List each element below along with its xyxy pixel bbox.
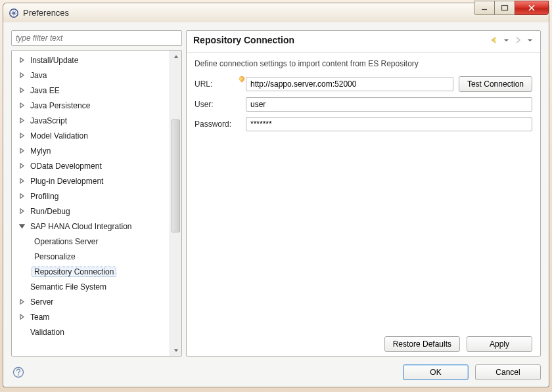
tree-item[interactable]: Install/Update (12, 53, 170, 68)
svg-point-4 (18, 374, 19, 376)
scroll-up-icon[interactable] (170, 51, 181, 62)
test-connection-button[interactable]: Test Connection (459, 76, 532, 92)
tree-item[interactable]: Repository Connection (12, 264, 170, 279)
cancel-button[interactable]: Cancel (475, 364, 541, 380)
tree-item[interactable]: Server (12, 294, 170, 309)
tree-item[interactable]: Run/Debug (12, 204, 170, 219)
url-field[interactable] (246, 77, 453, 91)
apply-button[interactable]: Apply (467, 336, 532, 352)
expand-icon[interactable] (17, 177, 26, 186)
tree-item[interactable]: Plug-in Development (12, 173, 170, 188)
tree-item-label: Plug-in Development (28, 176, 106, 186)
tree-item[interactable]: OData Development (12, 158, 170, 173)
nav-back-icon[interactable] (489, 35, 499, 45)
scroll-down-icon[interactable] (170, 345, 181, 356)
expand-icon[interactable] (17, 131, 26, 141)
tree-item-label: Mylyn (28, 146, 53, 156)
tree-item[interactable]: Java (12, 68, 170, 83)
expand-icon[interactable] (17, 192, 26, 201)
tree-item[interactable]: Java EE (12, 83, 170, 98)
tree-item[interactable]: Personalize (12, 249, 170, 264)
tree-item-label: Run/Debug (28, 206, 73, 217)
tree-item-label: Server (28, 297, 56, 307)
user-field[interactable] (246, 97, 532, 112)
tree-item-label: SAP HANA Cloud Integration (28, 221, 135, 232)
page-title: Repository Connection (193, 35, 294, 45)
preferences-window: Preferences Install/UpdateJavaJava EEJav… (3, 3, 549, 387)
tree-item-label: OData Development (28, 161, 104, 171)
restore-defaults-button[interactable]: Restore Defaults (384, 336, 460, 352)
field-decorator-icon (241, 77, 246, 91)
tree-item-label: Java Persistence (28, 100, 93, 111)
expand-icon[interactable] (17, 56, 26, 65)
filter-input[interactable] (11, 30, 182, 46)
expand-icon[interactable] (17, 116, 26, 125)
tree-item-label: Install/Update (28, 55, 81, 66)
tree-item-label: Java (28, 70, 49, 81)
svg-rect-2 (502, 6, 508, 11)
page-description: Define connection settings to import con… (195, 59, 532, 68)
tree-item[interactable]: Validation (12, 324, 170, 339)
ok-button[interactable]: OK (403, 364, 469, 380)
expand-icon[interactable] (17, 297, 26, 307)
expand-icon[interactable] (17, 146, 26, 156)
tree-item[interactable]: Model Validation (12, 128, 170, 143)
password-label: Password: (195, 120, 241, 129)
password-field[interactable] (246, 117, 532, 131)
close-button[interactable] (515, 1, 549, 15)
expand-icon[interactable] (17, 313, 26, 322)
app-icon (9, 8, 19, 18)
tree-item-label: Personalize (32, 251, 78, 262)
tree-pane: Install/UpdateJavaJava EEJava Persistenc… (11, 30, 182, 357)
tree-item[interactable]: Operations Server (12, 234, 170, 249)
expand-icon[interactable] (17, 328, 26, 337)
expand-icon[interactable] (17, 101, 26, 110)
tree-item[interactable]: Mylyn (12, 143, 170, 158)
titlebar[interactable]: Preferences (3, 3, 549, 22)
tree-item[interactable]: Team (12, 309, 170, 324)
tree-item-label: Operations Server (32, 236, 101, 247)
tree-item-label: JavaScript (28, 116, 70, 126)
nav-forward-icon[interactable] (513, 35, 523, 45)
tree-item-label: Java EE (28, 85, 62, 96)
tree-item-label: Semantic File System (28, 282, 109, 292)
tree-item[interactable]: Profiling (12, 188, 170, 204)
detail-pane: Repository Connection (186, 30, 541, 357)
user-label: User: (195, 100, 241, 109)
tree-item-label: Team (28, 312, 52, 322)
tree-item-label: Profiling (28, 191, 61, 202)
scroll-thumb[interactable] (172, 120, 180, 232)
nav-forward-menu-icon[interactable] (524, 35, 535, 45)
maximize-button[interactable] (494, 1, 515, 15)
tree-item-label: Repository Connection (32, 267, 116, 277)
expand-icon[interactable] (17, 282, 26, 292)
tree-item-label: Model Validation (28, 131, 91, 141)
expand-icon[interactable] (17, 71, 26, 80)
window-title: Preferences (23, 8, 69, 18)
url-label: URL: (195, 79, 241, 89)
nav-back-menu-icon[interactable] (501, 35, 511, 45)
expand-icon[interactable] (17, 162, 26, 171)
expand-icon[interactable] (17, 207, 26, 216)
tree-item-label: Validation (28, 327, 67, 338)
preferences-tree[interactable]: Install/UpdateJavaJava EEJava Persistenc… (12, 51, 170, 356)
tree-item[interactable]: JavaScript (12, 113, 170, 128)
tree-item[interactable]: Semantic File System (12, 279, 170, 294)
tree-item[interactable]: SAP HANA Cloud Integration (12, 219, 170, 234)
tree-scrollbar[interactable] (170, 51, 181, 356)
help-icon[interactable] (11, 365, 26, 380)
expand-icon[interactable] (17, 86, 26, 95)
minimize-button[interactable] (474, 1, 495, 15)
expand-icon[interactable] (17, 222, 26, 231)
tree-item[interactable]: Java Persistence (12, 98, 170, 113)
